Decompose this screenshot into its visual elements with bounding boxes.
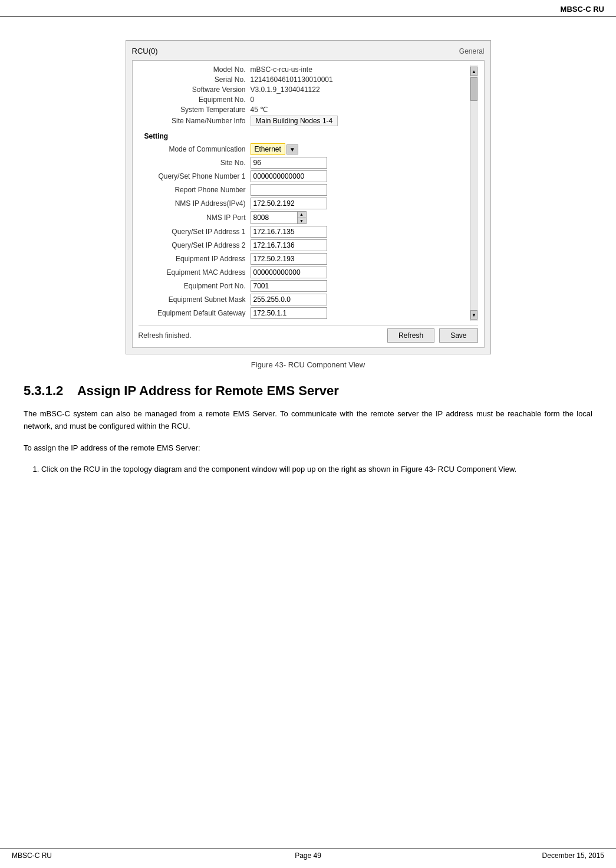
section-number: 5.3.1.2 [24, 383, 63, 398]
label-nms-ip: NMS IP Address(IPv4) [139, 199, 251, 208]
info-row-subnet: Equipment Subnet Mask [139, 294, 467, 305]
input-site-no[interactable] [251, 157, 327, 169]
label-ip1: Query/Set IP Address 1 [139, 228, 251, 236]
label-equipment-no: Equipment No. [139, 96, 251, 104]
label-site-no: Site No. [139, 159, 251, 167]
spinner-down-button[interactable]: ▼ [298, 218, 306, 223]
rcu-scrollable-area: Model No. mBSC-c-rcu-us-inte Serial No. … [139, 65, 478, 321]
scrollbar-thumb[interactable] [470, 77, 477, 101]
rcu-panel-header: RCU(0) General [132, 47, 485, 55]
value-model-no: mBSC-c-rcu-us-inte [251, 65, 312, 74]
dropdown-arrow-icon[interactable]: ▼ [286, 144, 298, 154]
scrollbar: ▲ ▼ [470, 65, 478, 321]
rcu-general-label: General [459, 47, 485, 55]
input-subnet[interactable] [251, 294, 327, 305]
label-serial-no: Serial No. [139, 75, 251, 84]
input-ip2[interactable] [251, 239, 327, 251]
input-nms-port[interactable] [251, 211, 298, 224]
rcu-footer-buttons: Refresh Save [387, 328, 477, 343]
page-footer: MBSC-C RU Page 49 December 15, 2015 [0, 849, 616, 862]
refresh-button[interactable]: Refresh [387, 328, 434, 343]
value-serial-no: 121416046101130010001 [251, 75, 333, 84]
figure-container: RCU(0) General Model No. mBSC-c-rcu-us-i… [24, 40, 592, 369]
dropdown-mode: Ethernet ▼ [251, 143, 298, 155]
spinner-up-button[interactable]: ▲ [298, 212, 306, 218]
label-equip-ip: Equipment IP Address [139, 255, 251, 263]
label-gateway: Equipment Default Gateway [139, 309, 251, 317]
label-phone1: Query/Set Phone Number 1 [139, 172, 251, 180]
info-row-equip-ip: Equipment IP Address [139, 253, 467, 265]
label-mac: Equipment MAC Address [139, 268, 251, 277]
info-row-equip-port: Equipment Port No. [139, 280, 467, 292]
info-row-ip1: Query/Set IP Address 1 [139, 226, 467, 238]
rcu-inner: Model No. mBSC-c-rcu-us-inte Serial No. … [132, 60, 485, 348]
value-equipment-no: 0 [251, 96, 255, 104]
info-row-ip2: Query/Set IP Address 2 [139, 239, 467, 251]
info-row-temperature: System Temperature 45 ℃ [139, 106, 467, 114]
info-row-phone1: Query/Set Phone Number 1 [139, 170, 467, 182]
input-equip-ip[interactable] [251, 253, 327, 265]
scrollbar-down-button[interactable]: ▼ [470, 310, 477, 320]
input-gateway[interactable] [251, 307, 327, 319]
value-system-temp: 45 ℃ [251, 106, 268, 114]
info-row-site-name: Site Name/Number Info Main Building Node… [139, 116, 467, 126]
info-row-equipment-no: Equipment No. 0 [139, 96, 467, 104]
rcu-content: Model No. mBSC-c-rcu-us-inte Serial No. … [139, 65, 470, 321]
input-mac[interactable] [251, 267, 327, 278]
info-row-mode-comm: Mode of Communication Ethernet ▼ [139, 143, 467, 155]
label-nms-port: NMS IP Port [139, 213, 251, 222]
info-row-report-phone: Report Phone Number [139, 184, 467, 196]
setting-header: Setting [144, 132, 467, 140]
info-row-site-no: Site No. [139, 157, 467, 169]
paragraph-1: The mBSC-C system can also be managed fr… [24, 408, 592, 433]
label-system-temp: System Temperature [139, 106, 251, 114]
spinner-nms-port: ▲ ▼ [251, 211, 307, 224]
save-button[interactable]: Save [439, 328, 477, 343]
info-row-software: Software Version V3.0.1.9_1304041122 [139, 86, 467, 94]
input-ip1[interactable] [251, 226, 327, 238]
list-item-1: Click on the RCU in the topology diagram… [41, 463, 592, 476]
value-software-version: V3.0.1.9_1304041122 [251, 86, 320, 94]
input-equip-port[interactable] [251, 280, 327, 292]
rcu-title: RCU(0) [132, 47, 158, 55]
footer-left: MBSC-C RU [12, 851, 52, 860]
dropdown-ethernet-value: Ethernet [251, 143, 285, 155]
label-model-no: Model No. [139, 65, 251, 74]
info-row-model: Model No. mBSC-c-rcu-us-inte [139, 65, 467, 74]
input-report-phone[interactable] [251, 184, 327, 196]
info-row-nms-ip: NMS IP Address(IPv4) [139, 198, 467, 209]
info-row-gateway: Equipment Default Gateway [139, 307, 467, 319]
header-title: MBSC-C RU [561, 5, 604, 14]
info-row-mac: Equipment MAC Address [139, 267, 467, 278]
spinner-buttons: ▲ ▼ [298, 211, 307, 224]
rcu-panel: RCU(0) General Model No. mBSC-c-rcu-us-i… [126, 40, 491, 354]
input-phone1[interactable] [251, 170, 327, 182]
value-site-name: Main Building Nodes 1-4 [251, 116, 338, 126]
page-header: MBSC-C RU [0, 0, 616, 17]
paragraph-2: To assign the IP address of the remote E… [24, 442, 592, 455]
label-equip-port: Equipment Port No. [139, 282, 251, 290]
section-heading-container: 5.3.1.2 Assign IP Address for Remote EMS… [24, 383, 592, 399]
label-software-version: Software Version [139, 86, 251, 94]
rcu-status-text: Refresh finished. [139, 331, 192, 340]
rcu-footer: Refresh finished. Refresh Save [139, 326, 478, 343]
section-title: Assign IP Address for Remote EMS Server [77, 383, 339, 398]
label-subnet: Equipment Subnet Mask [139, 295, 251, 304]
label-site-name: Site Name/Number Info [139, 117, 251, 125]
footer-right: December 15, 2015 [542, 851, 604, 860]
page-content: RCU(0) General Model No. mBSC-c-rcu-us-i… [0, 17, 616, 492]
figure-caption: Figure 43- RCU Component View [251, 360, 365, 369]
input-nms-ip[interactable] [251, 198, 327, 209]
numbered-list: Click on the RCU in the topology diagram… [41, 463, 592, 476]
info-row-nms-port: NMS IP Port ▲ ▼ [139, 211, 467, 224]
info-row-serial: Serial No. 121416046101130010001 [139, 75, 467, 84]
label-ip2: Query/Set IP Address 2 [139, 241, 251, 249]
scrollbar-up-button[interactable]: ▲ [470, 67, 477, 76]
label-mode-comm: Mode of Communication [139, 145, 251, 153]
footer-center: Page 49 [295, 851, 321, 860]
label-report-phone: Report Phone Number [139, 186, 251, 194]
